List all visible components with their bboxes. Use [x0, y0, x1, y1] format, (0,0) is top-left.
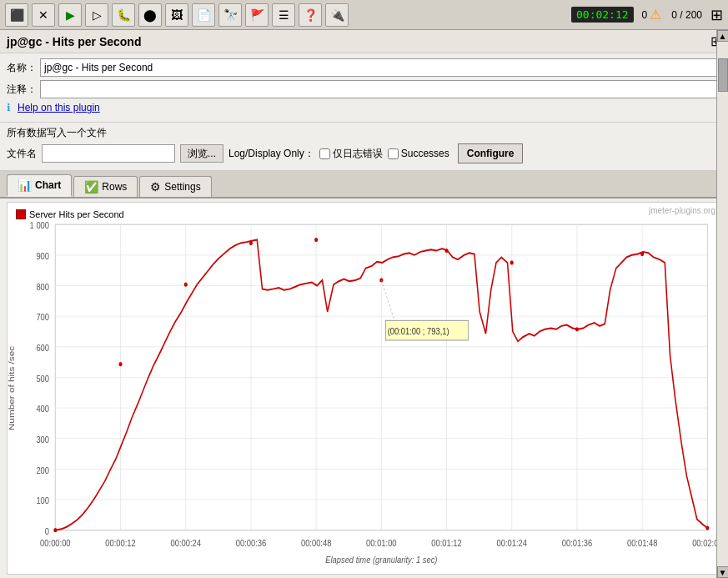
plugin-btn[interactable]: 🔌 — [325, 3, 349, 27]
warning-count: 0 — [642, 9, 648, 21]
successes-checkbox[interactable] — [388, 148, 399, 159]
flag-btn[interactable]: 🚩 — [245, 3, 269, 27]
svg-text:00:00:24: 00:00:24 — [171, 537, 202, 548]
log-section: Log/Display Only： 仅日志错误 Successes Config… — [228, 143, 523, 163]
legend-label: Server Hits per Second — [29, 209, 124, 219]
warning-icon: ⚠ — [650, 7, 661, 23]
chart-legend: Server Hits per Second — [16, 209, 124, 219]
svg-point-53 — [444, 249, 448, 253]
note-label: 注释： — [7, 83, 37, 97]
chart-tab-label: Chart — [35, 179, 61, 191]
svg-point-51 — [314, 238, 318, 242]
svg-text:00:01:12: 00:01:12 — [431, 537, 462, 548]
legend-color-box — [16, 209, 26, 219]
rows-tab-icon: ✅ — [84, 180, 98, 194]
name-label: 名称： — [7, 61, 37, 75]
svg-text:00:00:36: 00:00:36 — [236, 537, 267, 548]
stop-btn[interactable]: ⬛ — [5, 3, 28, 27]
scroll-thumb[interactable] — [718, 58, 728, 92]
scroll-down-btn[interactable]: ▼ — [717, 566, 729, 578]
tab-settings[interactable]: ⚙ Settings — [139, 176, 211, 197]
info-icon: ℹ — [7, 102, 11, 113]
main-panel: jp@gc - Hits per Second ⊞ 名称： 注释： ℹ Help… — [0, 30, 728, 578]
errors-label: 仅日志错误 — [333, 147, 383, 161]
scroll-track — [717, 42, 729, 566]
chart-tab-icon: 📊 — [18, 178, 32, 192]
binoculars-btn[interactable]: 🔭 — [218, 3, 242, 27]
title-bar: jp@gc - Hits per Second ⊞ — [0, 30, 728, 53]
svg-text:Elapsed time (granularity: 1 s: Elapsed time (granularity: 1 sec) — [325, 554, 437, 565]
svg-text:400: 400 — [36, 403, 49, 414]
svg-point-52 — [379, 278, 383, 282]
help-link[interactable]: Help on this plugin — [18, 102, 100, 113]
successes-checkbox-label[interactable]: Successes — [388, 148, 449, 159]
configure-button[interactable]: Configure — [458, 143, 524, 163]
settings-tab-icon: ⚙ — [150, 180, 161, 194]
svg-text:00:00:48: 00:00:48 — [301, 537, 332, 548]
img1-btn[interactable]: 🖼 — [165, 3, 188, 27]
window-title: jp@gc - Hits per Second — [7, 35, 141, 48]
svg-text:0: 0 — [45, 525, 49, 536]
bug-btn[interactable]: 🐛 — [112, 3, 135, 27]
list-btn[interactable]: ☰ — [272, 3, 295, 27]
svg-point-57 — [705, 525, 709, 530]
svg-text:100: 100 — [36, 495, 49, 505]
svg-text:00:01:24: 00:01:24 — [497, 537, 528, 548]
file-input[interactable] — [42, 144, 175, 163]
chart-watermark: jmeter-plugins.org — [649, 206, 715, 215]
run-remote-btn[interactable]: ▷ — [85, 3, 108, 27]
help-btn[interactable]: ❓ — [299, 3, 322, 27]
svg-text:300: 300 — [36, 434, 49, 445]
name-row: 名称： — [7, 58, 721, 77]
tab-bar: 📊 Chart ✅ Rows ⚙ Settings — [0, 171, 728, 199]
svg-text:1 000: 1 000 — [30, 219, 50, 230]
svg-text:Number of hits /sec: Number of hits /sec — [8, 345, 16, 430]
svg-text:00:00:00: 00:00:00 — [40, 537, 71, 548]
chart-svg: 0 100 200 300 400 500 600 700 800 900 1 … — [8, 203, 720, 574]
form-area: 名称： 注释： ℹ Help on this plugin — [0, 53, 728, 123]
rows-tab-label: Rows — [102, 181, 127, 193]
stop2-btn[interactable]: ⬤ — [138, 3, 162, 27]
note-row: 注释： — [7, 80, 721, 98]
svg-text:900: 900 — [36, 250, 49, 261]
svg-text:(00:01:00 ; 793,1): (00:01:00 ; 793,1) — [388, 325, 449, 336]
svg-text:00:01:48: 00:01:48 — [627, 537, 658, 548]
file-section-title: 所有数据写入一个文件 — [7, 126, 721, 140]
svg-text:00:01:36: 00:01:36 — [562, 537, 593, 548]
close-btn[interactable]: ✕ — [32, 3, 55, 27]
settings-tab-label: Settings — [164, 181, 200, 193]
svg-text:00:00:12: 00:00:12 — [105, 537, 136, 548]
errors-checkbox[interactable] — [319, 148, 330, 159]
svg-point-48 — [118, 362, 122, 366]
successes-label: Successes — [401, 148, 449, 159]
note-input[interactable] — [40, 80, 721, 98]
svg-text:800: 800 — [36, 281, 49, 292]
svg-text:600: 600 — [36, 342, 49, 353]
file-section: 所有数据写入一个文件 文件名 浏览... Log/Display Only： 仅… — [0, 123, 728, 171]
progress-count: 0 / 200 — [671, 9, 702, 21]
svg-text:500: 500 — [36, 373, 49, 384]
img2-btn[interactable]: 📄 — [192, 3, 215, 27]
svg-point-50 — [249, 241, 253, 245]
tab-chart[interactable]: 📊 Chart — [7, 174, 72, 197]
svg-point-56 — [640, 252, 644, 256]
tab-rows[interactable]: ✅ Rows — [73, 176, 138, 197]
name-input[interactable] — [40, 58, 721, 77]
expand-btn[interactable]: ⊞ — [710, 6, 723, 24]
svg-point-55 — [575, 327, 579, 331]
browse-button[interactable]: 浏览... — [180, 144, 223, 163]
svg-point-54 — [510, 260, 514, 264]
run-btn[interactable]: ▶ — [58, 3, 82, 27]
toolbar: ⬛ ✕ ▶ ▷ 🐛 ⬤ 🖼 📄 🔭 🚩 ☰ ❓ 🔌 00:02:12 0 ⚠ 0… — [0, 0, 728, 30]
file-label: 文件名 — [7, 147, 37, 161]
file-row: 文件名 浏览... Log/Display Only： 仅日志错误 Succes… — [7, 143, 721, 163]
chart-container: jmeter-plugins.org Server Hits per Secon… — [7, 202, 721, 575]
scroll-up-btn[interactable]: ▲ — [717, 30, 729, 42]
timer-display: 00:02:12 — [571, 7, 634, 23]
svg-text:700: 700 — [36, 311, 49, 322]
help-row: ℹ Help on this plugin — [7, 102, 721, 113]
svg-text:00:01:00: 00:01:00 — [366, 537, 397, 548]
svg-point-47 — [53, 528, 57, 532]
errors-checkbox-label[interactable]: 仅日志错误 — [319, 147, 383, 161]
scrollbar: ▲ ▼ — [716, 30, 728, 578]
